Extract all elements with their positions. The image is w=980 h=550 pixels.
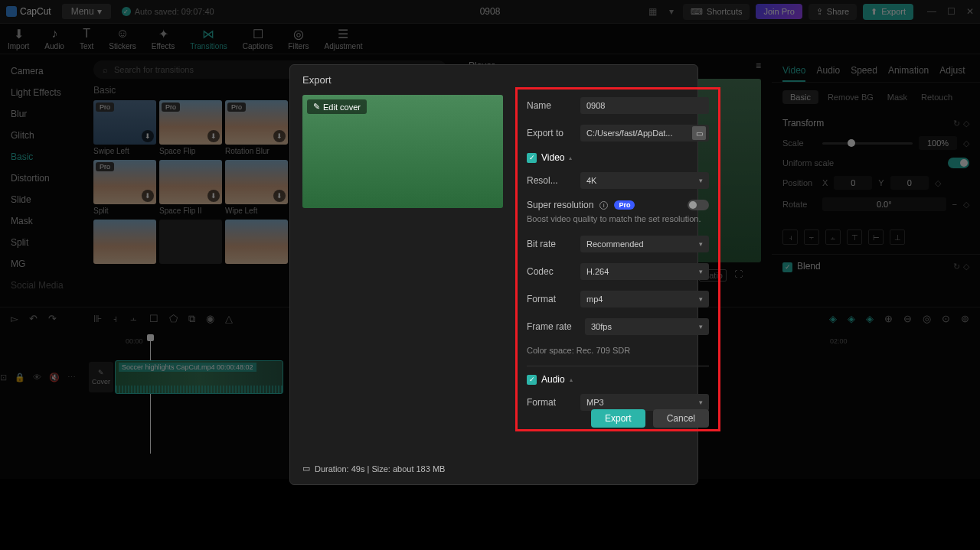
edit-cover-button[interactable]: ✎ Edit cover bbox=[307, 99, 367, 114]
audioformat-label: Format bbox=[527, 397, 573, 408]
framerate-label: Frame rate bbox=[527, 321, 577, 332]
bitrate-select[interactable]: Recommended▾ bbox=[580, 236, 709, 252]
superres-toggle[interactable] bbox=[688, 200, 709, 210]
exportto-label: Export to bbox=[527, 128, 573, 138]
codec-label: Codec bbox=[527, 266, 573, 277]
modal-overlay: Export ✎ Edit cover Name Export to bbox=[0, 0, 980, 550]
folder-icon[interactable]: ▭ bbox=[692, 126, 706, 140]
superres-desc: Boost video quality to match the set res… bbox=[527, 213, 709, 225]
pro-badge: Pro bbox=[614, 200, 635, 210]
framerate-select[interactable]: 30fps▾ bbox=[585, 318, 709, 335]
export-settings-highlight: Name Export to ▭ ✓ Video ▴ Resol... bbox=[515, 87, 720, 431]
colorspace-text: Color space: Rec. 709 SDR bbox=[527, 346, 709, 355]
video-checkbox[interactable]: ✓ bbox=[527, 153, 537, 163]
divider bbox=[527, 366, 709, 366]
name-input[interactable] bbox=[580, 97, 709, 114]
format-label: Format bbox=[527, 294, 573, 304]
resolution-label: Resol... bbox=[527, 175, 573, 186]
audio-checkbox[interactable]: ✓ bbox=[527, 375, 537, 385]
audioformat-select[interactable]: MP3▾ bbox=[580, 394, 709, 411]
video-section-label: Video bbox=[541, 152, 564, 163]
film-icon: ▭ bbox=[302, 464, 310, 474]
export-modal: Export ✎ Edit cover Name Export to bbox=[289, 64, 698, 485]
collapse-icon[interactable]: ▴ bbox=[569, 155, 572, 161]
cancel-button[interactable]: Cancel bbox=[653, 409, 709, 428]
resolution-select[interactable]: 4K▾ bbox=[580, 172, 709, 189]
duration-info: ▭ Duration: 49s | Size: about 183 MB bbox=[302, 464, 445, 474]
name-label: Name bbox=[527, 100, 573, 111]
collapse-icon[interactable]: ▴ bbox=[570, 376, 573, 383]
exportpath-input[interactable] bbox=[586, 125, 692, 142]
pencil-icon: ✎ bbox=[313, 102, 320, 112]
info-icon[interactable]: i bbox=[599, 201, 608, 210]
bitrate-label: Bit rate bbox=[527, 239, 573, 249]
cover-preview[interactable]: ✎ Edit cover bbox=[302, 95, 503, 208]
export-confirm-button[interactable]: Export bbox=[591, 409, 645, 428]
codec-select[interactable]: H.264▾ bbox=[580, 263, 709, 280]
audio-section-label: Audio bbox=[541, 374, 565, 385]
superres-label: Super resolution bbox=[527, 200, 593, 210]
format-select[interactable]: mp4▾ bbox=[580, 291, 709, 308]
